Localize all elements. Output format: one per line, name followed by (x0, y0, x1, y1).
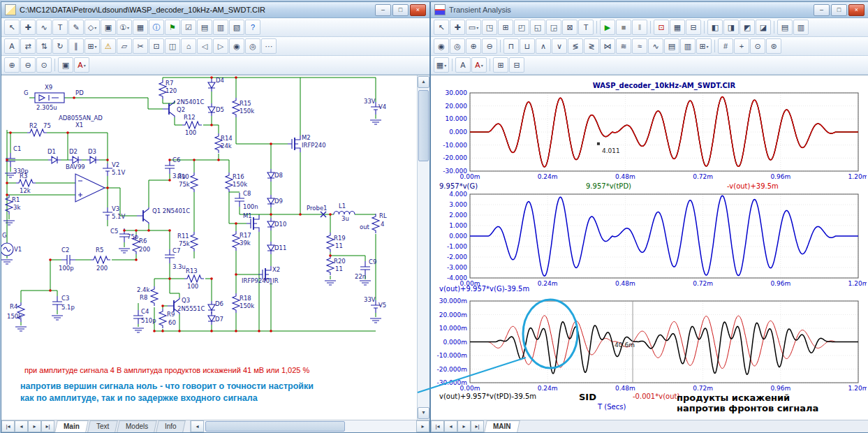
scope-icon[interactable]: ▣ (101, 20, 116, 35)
probe-icon[interactable]: ⊡ (654, 20, 669, 35)
enable-icon[interactable]: ☑ (181, 20, 196, 35)
pan-tool[interactable]: ✚ (20, 20, 36, 35)
list-icon[interactable]: ▥ (213, 20, 228, 35)
analysis-chart-icon[interactable]: ▤ (197, 20, 212, 35)
step-forward-icon[interactable]: ▷ (213, 38, 228, 54)
page-nav-button-2[interactable]: ▸ (28, 420, 41, 432)
horizontal-scrollbar[interactable]: ◂ ▸ (190, 420, 429, 432)
zoom-auto-icon[interactable]: ⊛ (766, 38, 781, 54)
waveform-icon[interactable]: ≋ (616, 38, 631, 54)
layer-down-icon[interactable]: ⊟ (509, 57, 524, 73)
horizontal-scroll-thumb[interactable] (205, 421, 345, 432)
period-icon[interactable]: ∿ (648, 38, 663, 54)
page-nav-button-2[interactable]: ▸ (457, 420, 471, 432)
close-button[interactable]: × (848, 4, 865, 16)
tile-horizontal-icon[interactable]: ◨ (723, 20, 739, 35)
cascade-icon[interactable]: ◩ (740, 20, 755, 35)
page-nav-button-0[interactable]: |◂ (431, 420, 444, 432)
crosshair-icon[interactable]: + (734, 38, 749, 54)
component-mode[interactable]: ◇▾ (84, 20, 100, 35)
select-tool[interactable]: ↖ (434, 20, 449, 35)
select-box-tool[interactable]: ▭▾ (466, 20, 481, 35)
panel-icon[interactable]: ▤ (777, 20, 793, 35)
minimize-button[interactable]: – (814, 4, 830, 16)
zoom-in-icon[interactable]: ⊕ (466, 38, 481, 54)
text-mode[interactable]: T (578, 20, 594, 35)
run-icon[interactable]: ▶ (600, 20, 615, 35)
region-icon[interactable]: ⊡ (149, 38, 164, 54)
tag-icon[interactable]: ⊞▾ (696, 38, 712, 54)
align-icon[interactable]: ∥ (68, 38, 84, 54)
help-icon[interactable]: ? (245, 20, 260, 35)
find-icon[interactable]: ◉ (229, 38, 244, 54)
smooth-icon[interactable]: ≈ (632, 38, 647, 54)
node-numbers-icon[interactable]: ①▾ (117, 20, 132, 35)
page-nav-button-1[interactable]: ◂ (15, 420, 28, 432)
flip-vertical-icon[interactable]: ⇅ (36, 38, 52, 54)
tile-vertical-icon[interactable]: ◧ (707, 20, 723, 35)
page-nav-button-3[interactable]: ▸| (471, 420, 484, 432)
analysis-titlebar[interactable]: Transient Analysis – □ × (431, 2, 868, 18)
scroll-up-button[interactable]: ▴ (418, 76, 429, 88)
close-button[interactable]: × (410, 4, 426, 16)
vertical-scroll-thumb[interactable] (418, 90, 429, 161)
scroll-left-button[interactable]: ◂ (191, 420, 204, 432)
zoom-fit-icon[interactable]: ⊙ (750, 38, 765, 54)
cut-icon[interactable]: ✂ (133, 38, 148, 54)
attribute-text-icon[interactable]: A (4, 38, 20, 54)
tab-main[interactable]: MAIN (484, 420, 520, 432)
zoom-window-icon[interactable]: ◰ (514, 20, 529, 35)
zoom-out-icon[interactable]: ⊖ (20, 57, 36, 73)
shape-icon[interactable]: ▱ (117, 38, 132, 54)
zoom-in-icon[interactable]: ⊕ (4, 57, 20, 73)
page-nav-button-1[interactable]: ◂ (444, 420, 457, 432)
minimize-button[interactable]: – (375, 4, 391, 16)
overlay-icon[interactable]: ◪ (756, 20, 771, 35)
stop-icon[interactable]: ■ (616, 20, 631, 35)
pan-tool[interactable]: ✚ (450, 20, 465, 35)
reduce-icon[interactable]: ⊟ (686, 20, 701, 35)
maximize-button[interactable]: □ (392, 4, 409, 16)
horizontal-tag-icon[interactable]: ▤ (664, 38, 679, 54)
maximize-button[interactable]: □ (831, 4, 847, 16)
rise-edge-icon[interactable]: ≶ (568, 38, 583, 54)
flag-icon[interactable]: ⚑ (165, 20, 180, 35)
pause-icon[interactable]: ‖ (632, 20, 647, 35)
zoom-area-icon[interactable]: ⊙ (36, 57, 52, 73)
flip-horizontal-icon[interactable]: ⇄ (20, 38, 36, 54)
tab-models[interactable]: Models (117, 420, 157, 432)
page-nav-button-0[interactable]: |◂ (1, 420, 15, 432)
plots-canvas[interactable]: 0.00m0.24m0.48m0.72m0.96m1.20m30.00020.0… (431, 75, 867, 420)
warning-icon[interactable]: ⚠ (101, 38, 116, 54)
text-icon[interactable]: A (455, 57, 471, 73)
plot-area[interactable]: 0.00m0.24m0.48m0.72m0.96m1.20m30.00020.0… (431, 75, 868, 420)
low-icon[interactable]: ∨ (552, 38, 567, 54)
fall-edge-icon[interactable]: ≷ (584, 38, 599, 54)
valley-icon[interactable]: ⊔ (520, 38, 535, 54)
scope-window-icon[interactable]: ◳ (482, 20, 497, 35)
cursor-mode-icon[interactable]: ◉ (434, 38, 449, 54)
number-points-icon[interactable]: # (718, 38, 733, 54)
grid-options-icon[interactable]: ▦▾ (434, 57, 449, 73)
scroll-down-button[interactable]: ▾ (418, 407, 429, 419)
select-tool[interactable]: ↖ (4, 20, 20, 35)
schematic-canvas-area[interactable]: GX92.305uPDAD8055AN_ADX1R275C1330pD1D2BA… (1, 75, 429, 420)
zoom-out-icon[interactable]: ⊖ (482, 38, 497, 54)
info-icon[interactable]: ⓘ (149, 20, 164, 35)
layer-up-icon[interactable]: ⊞ (493, 57, 508, 73)
book-icon[interactable]: ▧ (229, 20, 244, 35)
find-next-icon[interactable]: ◎ (245, 38, 260, 54)
page-nav-button-3[interactable]: ▸| (41, 420, 54, 432)
more-icon[interactable]: ⋯ (261, 38, 277, 54)
delete-plot-icon[interactable]: ⊠ (562, 20, 578, 35)
crossing-icon[interactable]: ⋈ (600, 38, 615, 54)
schematic-titlebar[interactable]: C:\MC12\DATA\Petrov\Ldsound\WASP_decoder… (1, 2, 429, 18)
vertical-tag-icon[interactable]: ▥ (680, 38, 696, 54)
text-mode[interactable]: T (52, 20, 68, 35)
high-icon[interactable]: ∧ (536, 38, 551, 54)
scroll-right-button[interactable]: ▸ (416, 420, 429, 432)
home-icon[interactable]: ⌂ (181, 38, 196, 54)
tab-info[interactable]: Info (156, 420, 186, 432)
numeric-output-icon[interactable]: ▦ (670, 20, 685, 35)
graphics-mode[interactable]: ✎ (68, 20, 84, 35)
